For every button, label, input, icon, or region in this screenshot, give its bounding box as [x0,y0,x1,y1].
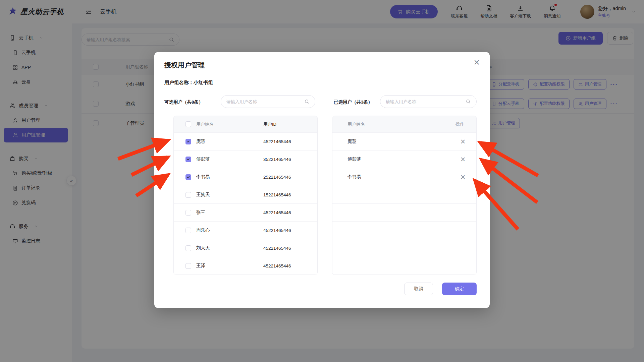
user-id: 45221465446 [263,263,291,268]
available-user-row: 庞慧45221465446 [174,132,317,150]
empty-row [332,203,476,221]
modal-title: 授权用户管理 [164,61,205,70]
user-name: 庞慧 [347,138,459,144]
available-users-table: 用户姓名用户ID庞慧45221465446傅彭薄35221465446李书易25… [173,116,318,275]
search-icon [466,99,471,104]
user-name: 李书易 [196,174,263,180]
remove-user-button[interactable]: × [459,173,467,181]
modal-group-name: 用户组名称：小红书组 [164,79,213,86]
empty-row [332,186,476,203]
user-name: 傅彭薄 [196,156,263,162]
available-user-row: 刘大大45221465446 [174,239,317,257]
user-checkbox[interactable] [185,263,191,269]
user-checkbox[interactable] [185,192,191,198]
user-name: 傅彭薄 [347,156,459,162]
user-name: 李书易 [347,174,459,180]
user-id: 45221465446 [263,228,291,233]
selected-user-search-input[interactable] [386,99,466,104]
user-checkbox[interactable] [185,245,191,251]
available-user-row: 周乐心45221465446 [174,221,317,239]
available-user-row: 李书易25221465446 [174,168,317,186]
selected-table-header: 用户姓名操作 [332,116,476,132]
empty-row [332,239,476,257]
selected-users-label: 已选用户（共3条） [334,99,373,105]
selected-users-table: 用户姓名操作庞慧×傅彭薄×李书易× [332,116,477,275]
user-checkbox[interactable] [185,210,191,216]
user-checkbox[interactable] [185,174,191,180]
action-header: 操作 [455,121,464,127]
selected-user-row: 傅彭薄× [332,150,476,168]
id-header: 用户ID [263,121,276,127]
available-user-row: 张三45221465446 [174,203,317,221]
empty-row [332,257,476,275]
user-name: 张三 [196,209,263,216]
close-icon[interactable]: × [474,57,480,67]
confirm-button[interactable]: 确定 [442,283,477,295]
user-id: 35221465446 [263,157,291,162]
available-user-search-box [221,95,315,108]
authorized-user-modal: 授权用户管理 × 用户组名称：小红书组 可选用户（共8条） 已选用户（共3条） … [154,52,490,308]
available-users-label: 可选用户（共8条） [164,99,203,105]
available-user-search-input[interactable] [226,99,304,104]
available-table-header: 用户姓名用户ID [174,116,317,132]
available-user-row: 王笑天15221465446 [174,186,317,203]
user-id: 45221465446 [263,210,291,215]
selected-user-search-box [380,95,477,108]
available-user-row: 王泽45221465446 [174,257,317,275]
remove-user-button[interactable]: × [459,137,467,146]
user-name: 刘大大 [196,245,263,251]
user-name: 周乐心 [196,227,263,233]
select-all-checkbox[interactable] [185,121,191,127]
selected-user-row: 李书易× [332,168,476,186]
search-icon [304,99,310,104]
selected-user-row: 庞慧× [332,132,476,150]
user-id: 45221465446 [263,139,291,144]
cancel-button[interactable]: 取消 [404,283,433,295]
name-header: 用户姓名 [347,121,455,127]
user-id: 45221465446 [263,246,291,251]
name-header: 用户姓名 [196,121,263,127]
user-id: 25221465446 [263,175,291,180]
user-checkbox[interactable] [185,157,191,162]
available-user-row: 傅彭薄35221465446 [174,150,317,168]
user-name: 王笑天 [196,192,263,198]
empty-row [332,221,476,239]
user-checkbox[interactable] [185,139,191,144]
user-id: 15221465446 [263,192,291,197]
user-checkbox[interactable] [185,228,191,233]
user-name: 庞慧 [196,138,263,144]
remove-user-button[interactable]: × [459,155,467,164]
user-name: 王泽 [196,263,263,269]
